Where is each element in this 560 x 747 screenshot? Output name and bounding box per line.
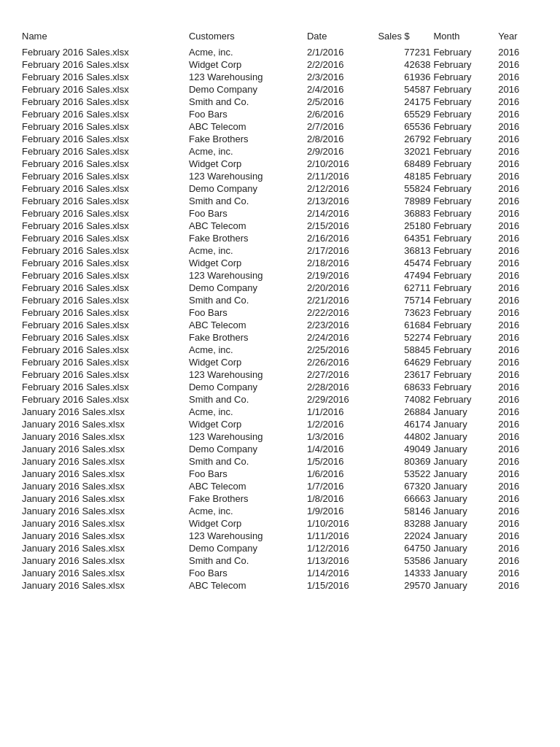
table-cell: February — [433, 120, 498, 133]
table-row: February 2016 Sales.xlsx123 Warehousing2… — [22, 269, 538, 282]
table-cell: January — [433, 480, 498, 492]
table-cell: February 2016 Sales.xlsx — [22, 46, 189, 58]
table-row: February 2016 Sales.xlsxWidget Corp2/26/… — [22, 356, 538, 368]
table-cell: Foo Bars — [189, 567, 307, 579]
table-cell: 2/29/2016 — [307, 393, 378, 406]
table-cell: 46174 — [378, 418, 433, 430]
table-cell: January — [433, 530, 498, 542]
table-cell: 29570 — [378, 579, 433, 592]
table-cell: February 2016 Sales.xlsx — [22, 257, 189, 269]
table-cell: February 2016 Sales.xlsx — [22, 96, 189, 108]
table-row: January 2016 Sales.xlsxABC Telecom1/7/20… — [22, 480, 538, 492]
table-cell: February — [433, 158, 498, 170]
table-row: January 2016 Sales.xlsx123 Warehousing1/… — [22, 430, 538, 443]
table-cell: 2/8/2016 — [307, 133, 378, 145]
table-cell: Demo Company — [189, 282, 307, 294]
table-cell: February 2016 Sales.xlsx — [22, 182, 189, 195]
table-cell: Smith and Co. — [189, 294, 307, 306]
table-row: February 2016 Sales.xlsxDemo Company2/4/… — [22, 83, 538, 96]
table-cell: 2016 — [498, 319, 538, 331]
table-row: January 2016 Sales.xlsxDemo Company1/12/… — [22, 542, 538, 554]
table-cell: 2016 — [498, 269, 538, 282]
table-cell: January — [433, 455, 498, 468]
table-cell: February 2016 Sales.xlsx — [22, 158, 189, 170]
table-cell: 1/15/2016 — [307, 579, 378, 592]
table-cell: 123 Warehousing — [189, 170, 307, 182]
table-cell: 2016 — [498, 257, 538, 269]
table-cell: 74082 — [378, 393, 433, 406]
table-row: February 2016 Sales.xlsxWidget Corp2/2/2… — [22, 58, 538, 71]
table-row: January 2016 Sales.xlsxSmith and Co.1/5/… — [22, 455, 538, 468]
table-cell: 49049 — [378, 443, 433, 455]
table-cell: Widget Corp — [189, 257, 307, 269]
table-row: February 2016 Sales.xlsxSmith and Co.2/5… — [22, 96, 538, 108]
table-cell: 2/7/2016 — [307, 120, 378, 133]
table-cell: 2/16/2016 — [307, 232, 378, 244]
table-cell: 58845 — [378, 344, 433, 356]
table-cell: Smith and Co. — [189, 195, 307, 207]
table-row: February 2016 Sales.xlsxFake Brothers2/1… — [22, 232, 538, 244]
table-cell: ABC Telecom — [189, 120, 307, 133]
table-cell: 78989 — [378, 195, 433, 207]
sales-table: Name Customers Date Sales $ Month Year F… — [22, 29, 538, 592]
table-row: February 2016 Sales.xlsx123 Warehousing2… — [22, 71, 538, 83]
table-cell: February — [433, 46, 498, 58]
table-cell: 2016 — [498, 331, 538, 344]
table-cell: 53522 — [378, 468, 433, 480]
table-cell: January — [433, 430, 498, 443]
table-cell: February 2016 Sales.xlsx — [22, 368, 189, 381]
table-cell: February 2016 Sales.xlsx — [22, 294, 189, 306]
table-cell: 1/2/2016 — [307, 418, 378, 430]
table-cell: 2016 — [498, 282, 538, 294]
table-cell: 25180 — [378, 220, 433, 232]
table-cell: January — [433, 542, 498, 554]
table-cell: 2016 — [498, 554, 538, 567]
table-cell: 2016 — [498, 406, 538, 418]
table-cell: 58146 — [378, 505, 433, 517]
table-cell: Fake Brothers — [189, 133, 307, 145]
table-cell: January — [433, 505, 498, 517]
table-cell: February 2016 Sales.xlsx — [22, 381, 189, 393]
table-cell: February — [433, 294, 498, 306]
table-cell: 1/8/2016 — [307, 492, 378, 505]
table-cell: Fake Brothers — [189, 331, 307, 344]
table-cell: February 2016 Sales.xlsx — [22, 133, 189, 145]
table-cell: 2016 — [498, 567, 538, 579]
table-cell: January 2016 Sales.xlsx — [22, 418, 189, 430]
table-cell: February — [433, 207, 498, 220]
table-cell: 2/11/2016 — [307, 170, 378, 182]
table-cell: Smith and Co. — [189, 554, 307, 567]
table-cell: February — [433, 58, 498, 71]
table-cell: 1/11/2016 — [307, 530, 378, 542]
table-cell: 26884 — [378, 406, 433, 418]
table-cell: 23617 — [378, 368, 433, 381]
table-cell: 64351 — [378, 232, 433, 244]
table-cell: February — [433, 195, 498, 207]
table-cell: 2016 — [498, 381, 538, 393]
table-cell: 83288 — [378, 517, 433, 530]
table-row: February 2016 Sales.xlsxAcme, inc.2/17/2… — [22, 244, 538, 257]
table-cell: 2016 — [498, 393, 538, 406]
table-cell: February — [433, 170, 498, 182]
table-cell: 65536 — [378, 120, 433, 133]
table-cell: February — [433, 232, 498, 244]
table-cell: February 2016 Sales.xlsx — [22, 120, 189, 133]
table-cell: 61936 — [378, 71, 433, 83]
table-cell: Widget Corp — [189, 356, 307, 368]
table-cell: 2016 — [498, 542, 538, 554]
table-cell: 2/12/2016 — [307, 182, 378, 195]
table-row: February 2016 Sales.xlsxFoo Bars2/14/201… — [22, 207, 538, 220]
table-cell: 2/26/2016 — [307, 356, 378, 368]
table-row: January 2016 Sales.xlsxWidget Corp1/10/2… — [22, 517, 538, 530]
table-cell: Acme, inc. — [189, 46, 307, 58]
table-cell: 62711 — [378, 282, 433, 294]
table-cell: 2/4/2016 — [307, 83, 378, 96]
table-row: January 2016 Sales.xlsxWidget Corp1/2/20… — [22, 418, 538, 430]
table-cell: 2/28/2016 — [307, 381, 378, 393]
table-cell: January 2016 Sales.xlsx — [22, 480, 189, 492]
table-cell: January 2016 Sales.xlsx — [22, 554, 189, 567]
table-cell: 2/2/2016 — [307, 58, 378, 71]
table-cell: Demo Company — [189, 182, 307, 195]
table-cell: 2/15/2016 — [307, 220, 378, 232]
table-cell: 2016 — [498, 294, 538, 306]
